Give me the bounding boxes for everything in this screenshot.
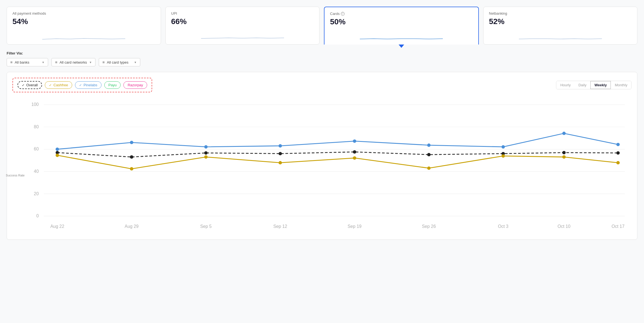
- svg-point-37: [562, 151, 566, 154]
- pill-label: Pinelabs: [84, 83, 97, 87]
- svg-text:Sep 26: Sep 26: [422, 224, 436, 229]
- svg-point-35: [427, 153, 430, 156]
- legend-pill-payu[interactable]: Payu: [104, 81, 121, 89]
- filter-dropdown-label: All card types: [107, 60, 128, 64]
- filter-dropdown-label: All banks: [15, 60, 29, 64]
- card-netbanking[interactable]: Netbanking52%: [483, 7, 638, 45]
- payment-method-cards: All payment methods54%UPI66%Cardsⓘ50%Net…: [7, 7, 637, 45]
- chart-area: 100 80 60 40 20 0 Aug 22 Aug 29 Sep 5 Se…: [24, 98, 632, 234]
- filter-dropdown-banks[interactable]: ≡ All banks ▼: [7, 58, 48, 66]
- svg-text:Aug 29: Aug 29: [125, 224, 139, 229]
- svg-text:20: 20: [34, 191, 39, 196]
- check-icon: ✓: [22, 83, 25, 87]
- time-btn-monthly[interactable]: Monthly: [611, 81, 631, 89]
- filter-dropdown-card-networks[interactable]: ≡ All card networks ▼: [51, 58, 95, 66]
- svg-point-23: [204, 145, 207, 149]
- svg-text:Oct 10: Oct 10: [557, 224, 570, 229]
- time-btn-hourly[interactable]: Hourly: [556, 81, 575, 89]
- card-value-cards: 50%: [330, 17, 473, 26]
- svg-point-28: [562, 132, 566, 135]
- chevron-down-icon: ▼: [134, 61, 137, 64]
- card-value-all-payment-methods: 54%: [12, 17, 155, 26]
- mini-chart-netbanking: [489, 29, 632, 40]
- legend-pill-overall[interactable]: ✓ Overall: [17, 81, 42, 89]
- svg-point-27: [502, 145, 505, 149]
- svg-point-44: [427, 166, 430, 170]
- chevron-down-icon: ▼: [42, 61, 45, 64]
- svg-text:Sep 19: Sep 19: [348, 224, 362, 229]
- svg-text:Sep 5: Sep 5: [200, 224, 212, 229]
- check-icon: ✓: [79, 83, 82, 87]
- mini-chart-upi: [171, 29, 314, 40]
- svg-text:40: 40: [34, 169, 39, 174]
- pill-label: Payu: [108, 83, 117, 87]
- filter-section: Filter Via: ≡ All banks ▼ ≡ All card net…: [7, 51, 637, 66]
- svg-text:100: 100: [31, 102, 39, 107]
- chevron-down-icon: ▼: [89, 61, 92, 64]
- card-title-upi: UPI: [171, 11, 314, 15]
- check-icon: ✓: [49, 83, 52, 87]
- pill-label: Razorpay: [128, 83, 143, 87]
- svg-point-29: [616, 143, 620, 146]
- svg-point-31: [130, 155, 133, 159]
- svg-text:Sep 12: Sep 12: [273, 224, 287, 229]
- chart-header: ✓ Overall ✓ Cashfree ✓ Pinelabs Payu Raz…: [12, 78, 632, 92]
- svg-point-24: [279, 144, 282, 147]
- pill-label: Cashfree: [53, 83, 68, 87]
- mini-chart-cards: [330, 29, 473, 40]
- svg-point-42: [279, 161, 282, 164]
- info-icon[interactable]: ⓘ: [341, 12, 345, 16]
- legend-pill-cashfree[interactable]: ✓ Cashfree: [45, 81, 72, 89]
- svg-point-40: [130, 167, 133, 170]
- pill-label: Overall: [26, 83, 38, 87]
- filter-dropdown-label: All card networks: [59, 60, 87, 64]
- svg-point-43: [353, 156, 356, 160]
- chart-wrapper: Success Rate 100 80 60 40 20 0 Aug 22 Au…: [24, 98, 632, 234]
- svg-point-38: [616, 151, 620, 155]
- svg-point-45: [502, 154, 505, 158]
- card-value-upi: 66%: [171, 17, 314, 26]
- svg-point-33: [279, 152, 282, 155]
- time-buttons: HourlyDailyWeeklyMonthly: [556, 81, 632, 89]
- card-all-payment-methods[interactable]: All payment methods54%: [7, 7, 161, 45]
- card-upi[interactable]: UPI66%: [165, 7, 320, 45]
- svg-text:60: 60: [34, 147, 39, 151]
- filter-dropdowns: ≡ All banks ▼ ≡ All card networks ▼ ≡ Al…: [7, 58, 637, 66]
- card-cards[interactable]: Cardsⓘ50%: [324, 7, 479, 45]
- svg-text:80: 80: [34, 124, 39, 129]
- legend-pills: ✓ Overall ✓ Cashfree ✓ Pinelabs Payu Raz…: [12, 78, 152, 92]
- filter-icon: ≡: [55, 60, 57, 64]
- filter-label: Filter Via:: [7, 51, 637, 55]
- y-axis-label: Success Rate: [6, 174, 25, 177]
- svg-point-41: [204, 155, 207, 159]
- svg-point-39: [56, 153, 59, 157]
- card-value-netbanking: 52%: [489, 17, 632, 26]
- svg-text:Oct 17: Oct 17: [612, 224, 625, 229]
- svg-point-34: [353, 150, 356, 153]
- svg-text:0: 0: [36, 213, 39, 218]
- line-chart: 100 80 60 40 20 0 Aug 22 Aug 29 Sep 5 Se…: [24, 98, 632, 233]
- filter-dropdown-card-types[interactable]: ≡ All card types ▼: [99, 58, 140, 66]
- svg-point-26: [427, 144, 430, 147]
- filter-icon: ≡: [102, 60, 105, 64]
- svg-point-47: [616, 161, 620, 164]
- svg-point-22: [130, 141, 133, 144]
- svg-text:Aug 22: Aug 22: [50, 224, 64, 229]
- time-btn-weekly[interactable]: Weekly: [590, 81, 611, 89]
- svg-point-21: [56, 148, 59, 151]
- mini-chart-all-payment-methods: [12, 29, 155, 40]
- legend-pill-razorpay[interactable]: Razorpay: [123, 81, 147, 89]
- svg-point-46: [562, 155, 566, 159]
- card-title-cards: Cardsⓘ: [330, 12, 473, 16]
- filter-icon: ≡: [10, 60, 12, 64]
- card-title-netbanking: Netbanking: [489, 11, 632, 15]
- legend-pill-pinelabs[interactable]: ✓ Pinelabs: [75, 81, 102, 89]
- chart-section: ✓ Overall ✓ Cashfree ✓ Pinelabs Payu Raz…: [7, 72, 637, 240]
- svg-text:Oct 3: Oct 3: [498, 224, 508, 229]
- svg-point-25: [353, 139, 356, 143]
- svg-point-32: [204, 151, 207, 155]
- card-title-all-payment-methods: All payment methods: [12, 11, 155, 15]
- time-btn-daily[interactable]: Daily: [575, 81, 590, 89]
